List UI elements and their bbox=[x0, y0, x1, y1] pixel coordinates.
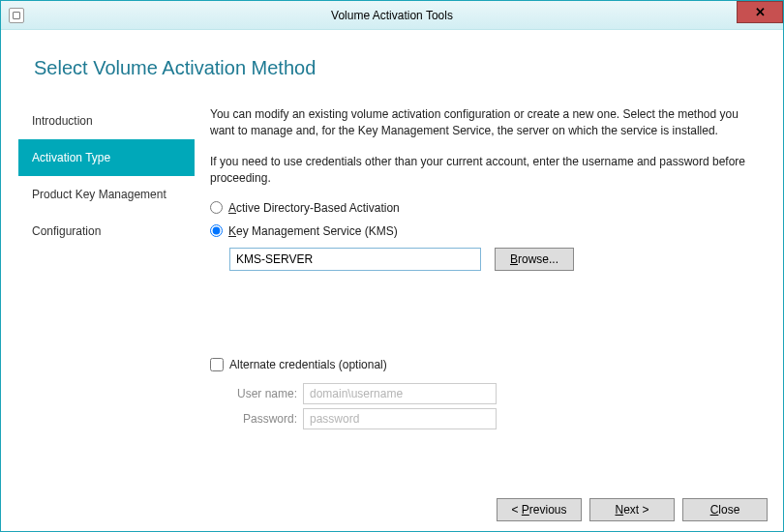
radio-kms-row[interactable]: Key Management Service (KMS) bbox=[210, 224, 756, 238]
sidebar: Introduction Activation Type Product Key… bbox=[1, 103, 195, 488]
alternate-credentials-block: Alternate credentials (optional) User na… bbox=[210, 358, 756, 429]
username-input[interactable] bbox=[303, 383, 497, 404]
wizard-body: Select Volume Activation Method Introduc… bbox=[1, 30, 783, 531]
kms-server-row: Browse... bbox=[229, 248, 756, 271]
titlebar: Volume Activation Tools ✕ bbox=[1, 1, 783, 30]
close-window-button[interactable]: ✕ bbox=[737, 1, 783, 23]
radio-ad-activation-label[interactable]: Active Directory-Based Activation bbox=[228, 201, 400, 215]
password-label: Password: bbox=[210, 412, 303, 426]
main-area: Introduction Activation Type Product Key… bbox=[1, 103, 783, 488]
next-button[interactable]: Next > bbox=[589, 498, 675, 521]
browse-button[interactable]: Browse... bbox=[495, 248, 574, 271]
password-row: Password: bbox=[210, 408, 756, 429]
radio-ad-activation[interactable] bbox=[210, 201, 223, 214]
radio-kms[interactable] bbox=[210, 224, 223, 237]
sidebar-item-introduction[interactable]: Introduction bbox=[18, 103, 195, 139]
content-pane: You can modify an existing volume activa… bbox=[195, 103, 783, 488]
username-label: User name: bbox=[210, 387, 303, 400]
sidebar-item-activation-type[interactable]: Activation Type bbox=[18, 139, 195, 176]
intro-paragraph-2: If you need to use credentials other tha… bbox=[210, 154, 756, 188]
alternate-credentials-label[interactable]: Alternate credentials (optional) bbox=[229, 358, 387, 371]
radio-ad-activation-row[interactable]: Active Directory-Based Activation bbox=[210, 201, 756, 215]
app-icon bbox=[9, 8, 24, 23]
alternate-credentials-check-row[interactable]: Alternate credentials (optional) bbox=[210, 358, 756, 371]
page-title: Select Volume Activation Method bbox=[1, 30, 783, 103]
alternate-credentials-checkbox[interactable] bbox=[210, 358, 224, 371]
previous-button[interactable]: < Previous bbox=[497, 498, 582, 521]
radio-kms-label[interactable]: Key Management Service (KMS) bbox=[228, 224, 398, 238]
username-row: User name: bbox=[210, 383, 756, 404]
close-button[interactable]: Close bbox=[682, 498, 768, 521]
window: Volume Activation Tools ✕ Select Volume … bbox=[0, 0, 784, 532]
window-title: Volume Activation Tools bbox=[1, 9, 783, 22]
intro-paragraph-1: You can modify an existing volume activa… bbox=[210, 106, 756, 140]
sidebar-item-configuration[interactable]: Configuration bbox=[18, 213, 195, 250]
wizard-footer: < Previous Next > Close bbox=[1, 488, 783, 531]
sidebar-item-product-key-management[interactable]: Product Key Management bbox=[18, 176, 195, 213]
password-input[interactable] bbox=[303, 408, 497, 429]
kms-server-input[interactable] bbox=[229, 248, 481, 271]
